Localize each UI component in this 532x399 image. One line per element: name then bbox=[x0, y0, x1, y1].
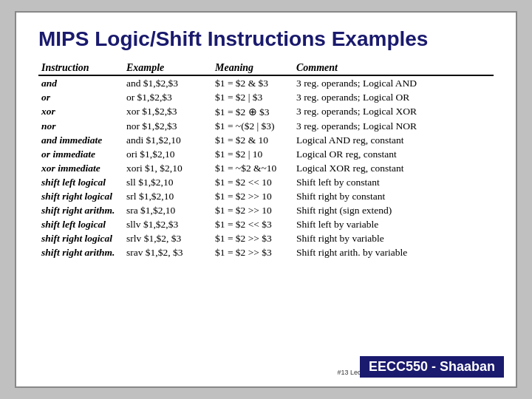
table-row: xorxor $1,$2,$3$1 = $2 ⊕ $33 reg. operan… bbox=[38, 104, 494, 119]
cell-3-2: $1 = ~($2 | $3) bbox=[212, 119, 293, 133]
slide-title: MIPS Logic/Shift Instructions Examples bbox=[38, 27, 494, 51]
cell-1-3: 3 reg. operands; Logical OR bbox=[293, 90, 494, 104]
cell-10-0: shift left logical bbox=[38, 217, 123, 231]
table-row: shift right arithm.sra $1,$2,10$1 = $2 >… bbox=[38, 203, 494, 217]
cell-9-2: $1 = $2 >> 10 bbox=[212, 203, 293, 217]
cell-2-1: xor $1,$2,$3 bbox=[123, 104, 212, 119]
cell-2-3: 3 reg. operands; Logical XOR bbox=[293, 104, 494, 119]
table-row: shift left logicalsll $1,$2,10$1 = $2 <<… bbox=[38, 175, 494, 189]
instructions-table: Instruction Example Meaning Comment anda… bbox=[38, 61, 494, 259]
table-row: xor immediatexori $1, $2,10$1 = ~$2 &~10… bbox=[38, 161, 494, 175]
cell-11-2: $1 = $2 >> $3 bbox=[212, 231, 293, 245]
cell-5-0: or immediate bbox=[38, 147, 123, 161]
cell-0-2: $1 = $2 & $3 bbox=[212, 75, 293, 90]
cell-5-2: $1 = $2 | 10 bbox=[212, 147, 293, 161]
cell-9-3: Shift right (sign extend) bbox=[293, 203, 494, 217]
cell-4-0: and immediate bbox=[38, 133, 123, 147]
table-row: oror $1,$2,$3$1 = $2 | $33 reg. operands… bbox=[38, 90, 494, 104]
table-row: nornor $1,$2,$3$1 = ~($2 | $3)3 reg. ope… bbox=[38, 119, 494, 133]
table-row: shift right logicalsrlv $1,$2, $3$1 = $2… bbox=[38, 231, 494, 245]
table-body: andand $1,$2,$3$1 = $2 & $33 reg. operan… bbox=[38, 75, 494, 259]
table-header-row: Instruction Example Meaning Comment bbox=[38, 61, 494, 75]
cell-3-3: 3 reg. operands; Logical NOR bbox=[293, 119, 494, 133]
table-row: shift right logicalsrl $1,$2,10$1 = $2 >… bbox=[38, 189, 494, 203]
cell-8-0: shift right logical bbox=[38, 189, 123, 203]
cell-7-3: Shift left by constant bbox=[293, 175, 494, 189]
slide: MIPS Logic/Shift Instructions Examples I… bbox=[15, 11, 517, 388]
cell-7-1: sll $1,$2,10 bbox=[123, 175, 212, 189]
cell-3-0: nor bbox=[38, 119, 123, 133]
cell-5-1: ori $1,$2,10 bbox=[123, 147, 212, 161]
cell-6-2: $1 = ~$2 &~10 bbox=[212, 161, 293, 175]
cell-6-1: xori $1, $2,10 bbox=[123, 161, 212, 175]
cell-8-3: Shift right by constant bbox=[293, 189, 494, 203]
cell-3-1: nor $1,$2,$3 bbox=[123, 119, 212, 133]
header-example: Example bbox=[123, 61, 212, 75]
cell-7-2: $1 = $2 << 10 bbox=[212, 175, 293, 189]
header-instruction: Instruction bbox=[38, 61, 123, 75]
cell-12-0: shift right arithm. bbox=[38, 245, 123, 259]
table-row: shift right arithm.srav $1,$2, $3$1 = $2… bbox=[38, 245, 494, 259]
cell-8-1: srl $1,$2,10 bbox=[123, 189, 212, 203]
cell-11-1: srlv $1,$2, $3 bbox=[123, 231, 212, 245]
cell-11-0: shift right logical bbox=[38, 231, 123, 245]
table-row: or immediateori $1,$2,10$1 = $2 | 10Logi… bbox=[38, 147, 494, 161]
cell-10-2: $1 = $2 << $3 bbox=[212, 217, 293, 231]
cell-6-3: Logical XOR reg, constant bbox=[293, 161, 494, 175]
cell-9-0: shift right arithm. bbox=[38, 203, 123, 217]
cell-6-0: xor immediate bbox=[38, 161, 123, 175]
content-area: Instruction Example Meaning Comment anda… bbox=[38, 61, 494, 375]
cell-4-2: $1 = $2 & 10 bbox=[212, 133, 293, 147]
cell-4-1: andi $1,$2,10 bbox=[123, 133, 212, 147]
cell-0-3: 3 reg. operands; Logical AND bbox=[293, 75, 494, 90]
cell-0-0: and bbox=[38, 75, 123, 90]
cell-1-1: or $1,$2,$3 bbox=[123, 90, 212, 104]
header-comment: Comment bbox=[293, 61, 494, 75]
cell-10-1: sllv $1,$2,$3 bbox=[123, 217, 212, 231]
footer-brand: EECC550 - Shaaban bbox=[360, 356, 504, 378]
cell-12-2: $1 = $2 >> $3 bbox=[212, 245, 293, 259]
table-row: shift left logicalsllv $1,$2,$3$1 = $2 <… bbox=[38, 217, 494, 231]
cell-7-0: shift left logical bbox=[38, 175, 123, 189]
cell-1-0: or bbox=[38, 90, 123, 104]
table-row: andand $1,$2,$3$1 = $2 & $33 reg. operan… bbox=[38, 75, 494, 90]
cell-2-2: $1 = $2 ⊕ $3 bbox=[212, 104, 293, 119]
cell-10-3: Shift left by variable bbox=[293, 217, 494, 231]
header-meaning: Meaning bbox=[212, 61, 293, 75]
cell-1-2: $1 = $2 | $3 bbox=[212, 90, 293, 104]
cell-5-3: Logical OR reg, constant bbox=[293, 147, 494, 161]
cell-0-1: and $1,$2,$3 bbox=[123, 75, 212, 90]
cell-12-1: srav $1,$2, $3 bbox=[123, 245, 212, 259]
cell-2-0: xor bbox=[38, 104, 123, 119]
table-row: and immediateandi $1,$2,10$1 = $2 & 10Lo… bbox=[38, 133, 494, 147]
cell-12-3: Shift right arith. by variable bbox=[293, 245, 494, 259]
cell-4-3: Logical AND reg, constant bbox=[293, 133, 494, 147]
cell-8-2: $1 = $2 >> 10 bbox=[212, 189, 293, 203]
cell-11-3: Shift right by variable bbox=[293, 231, 494, 245]
cell-9-1: sra $1,$2,10 bbox=[123, 203, 212, 217]
